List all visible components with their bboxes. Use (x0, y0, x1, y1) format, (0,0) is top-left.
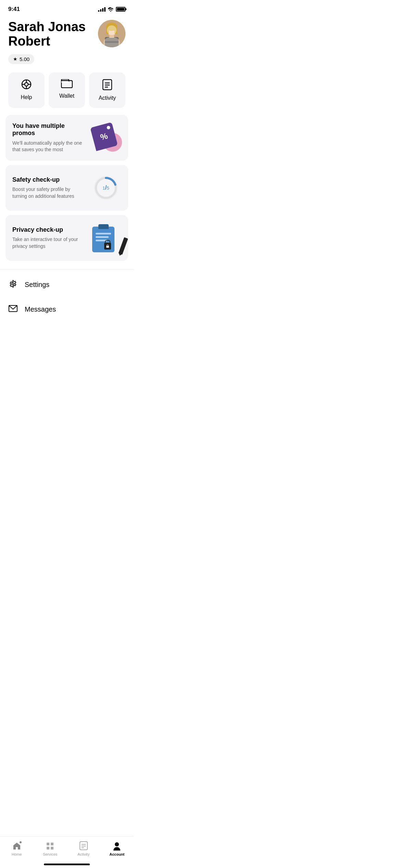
wifi-icon (108, 7, 114, 12)
promo-desc: We'll automatically apply the one that s… (12, 140, 85, 153)
safety-content: Safety check-up Boost your safety profil… (12, 176, 90, 200)
svg-point-9 (25, 83, 28, 86)
wallet-label: Wallet (59, 93, 74, 99)
safety-progress-ring: 1/5 (94, 176, 118, 200)
settings-menu-item[interactable]: Settings (0, 272, 134, 298)
promo-tag-icon: % (90, 121, 122, 154)
svg-rect-5 (106, 27, 109, 34)
help-label: Help (21, 94, 32, 100)
star-icon: ★ (13, 56, 17, 62)
rating-badge[interactable]: ★ 5.00 (8, 54, 34, 64)
svg-rect-1 (105, 37, 119, 47)
battery-icon (116, 7, 125, 12)
envelope-icon (8, 305, 18, 314)
svg-rect-23 (106, 246, 109, 248)
menu-section: Settings Messages (0, 269, 134, 324)
safety-desc: Boost your safety profile by turning on … (12, 186, 85, 200)
status-bar: 9:41 (0, 0, 134, 16)
svg-point-4 (106, 23, 117, 31)
svg-rect-16 (61, 81, 69, 83)
activity-label: Activity (99, 95, 116, 101)
activity-button[interactable]: Activity (89, 72, 125, 108)
help-button[interactable]: Help (8, 72, 45, 108)
safety-title: Safety check-up (12, 176, 85, 184)
settings-label: Settings (25, 281, 49, 289)
safety-card[interactable]: Safety check-up Boost your safety profil… (5, 165, 128, 211)
status-icons (98, 7, 125, 12)
promo-content: You have multiple promos We'll automatic… (12, 122, 90, 153)
quick-actions: Help Wallet Activity (0, 72, 134, 115)
svg-rect-7 (105, 41, 119, 43)
activity-icon (102, 79, 112, 92)
wallet-button[interactable]: Wallet (49, 72, 85, 108)
promo-title: You have multiple promos (12, 122, 85, 137)
privacy-clipboard-icon (92, 223, 120, 252)
help-icon (21, 79, 32, 91)
avatar (98, 20, 125, 47)
svg-rect-6 (114, 27, 117, 34)
signal-icon (98, 7, 106, 12)
header: Sarah Jonas Robert (0, 16, 134, 54)
status-time: 9:41 (8, 6, 20, 13)
messages-menu-item[interactable]: Messages (0, 298, 134, 322)
messages-label: Messages (25, 305, 56, 313)
privacy-card[interactable]: Privacy check-up Take an interactive tou… (5, 215, 128, 261)
privacy-content: Privacy check-up Take an interactive tou… (12, 226, 90, 250)
privacy-title: Privacy check-up (12, 226, 85, 234)
gear-icon (8, 280, 18, 290)
privacy-desc: Take an interactive tour of your privacy… (12, 236, 85, 250)
privacy-illustration (90, 222, 121, 253)
rating-section: ★ 5.00 (8, 54, 125, 64)
wallet-icon (61, 79, 73, 89)
user-name: Sarah Jonas Robert (8, 20, 97, 49)
promo-illustration: % (90, 122, 121, 153)
rating-value: 5.00 (20, 56, 29, 62)
cards-section: You have multiple promos We'll automatic… (0, 115, 134, 261)
safety-illustration: 1/5 (90, 172, 121, 203)
promo-card[interactable]: You have multiple promos We'll automatic… (5, 115, 128, 161)
svg-point-24 (12, 283, 14, 285)
